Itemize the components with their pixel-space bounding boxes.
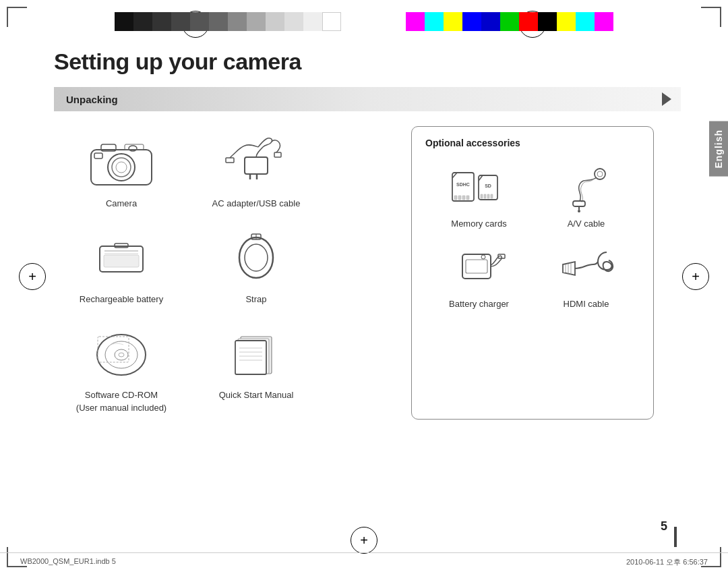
svg-rect-34 <box>454 196 457 200</box>
svg-text:SD: SD <box>485 183 491 188</box>
section-header: Unpacking <box>54 87 681 111</box>
svg-point-3 <box>116 162 127 173</box>
av-cable-image <box>553 161 620 214</box>
items-area: Camera <box>54 126 681 420</box>
item-ac-adapter: AC adapter/USB cable <box>189 126 324 215</box>
av-cable-label: A/V cable <box>568 219 605 229</box>
item-camera: Camera <box>54 126 189 215</box>
memory-cards-label: Memory cards <box>451 219 506 229</box>
battery-label: Rechargeable battery <box>80 293 163 306</box>
manual-label: Quick Start Manual <box>219 389 294 401</box>
item-strap: Strap <box>189 222 324 311</box>
svg-rect-12 <box>274 152 281 157</box>
reg-mark-bottom <box>351 527 377 554</box>
color-strip-right <box>406 12 613 31</box>
svg-rect-37 <box>466 196 469 200</box>
color-strip-left <box>115 12 341 31</box>
svg-rect-50 <box>466 260 487 273</box>
battery-charger-label: Battery charger <box>449 299 509 309</box>
opt-item-memory-cards: SDHC SD <box>425 158 533 231</box>
svg-rect-36 <box>462 196 465 200</box>
camera-label: Camera <box>106 198 137 210</box>
page-number: 5 <box>661 519 667 534</box>
footer-filename: WB2000_QSM_EUR1.indb 5 <box>20 557 116 567</box>
main-content: Setting up your camera Unpacking <box>0 35 728 426</box>
optional-title: Optional accessories <box>425 138 640 148</box>
footer-timestamp: 2010-06-11 오후 6:56:37 <box>626 557 708 567</box>
svg-point-51 <box>481 255 485 259</box>
svg-rect-42 <box>487 194 489 198</box>
svg-text:SDHC: SDHC <box>456 182 470 187</box>
item-software-cd: Software CD-ROM (User manual included) <box>54 318 189 419</box>
svg-rect-0 <box>91 150 152 185</box>
item-rechargeable-battery: Rechargeable battery <box>54 222 189 311</box>
svg-rect-35 <box>458 196 461 200</box>
section-arrow-icon <box>662 92 671 106</box>
opt-item-battery-charger: Battery charger <box>425 238 533 312</box>
page-bar <box>674 527 677 547</box>
ac-adapter-image <box>216 132 297 192</box>
memory-cards-image: SDHC SD <box>446 161 513 214</box>
svg-rect-11 <box>226 158 234 163</box>
included-items-grid: Camera <box>54 126 404 420</box>
battery-charger-image <box>446 241 513 295</box>
cd-image <box>81 323 162 384</box>
optional-grid: SDHC SD <box>425 158 640 312</box>
manual-image <box>216 323 297 384</box>
svg-rect-5 <box>94 153 102 159</box>
opt-item-av-cable: A/V cable <box>533 158 640 231</box>
svg-rect-8 <box>245 157 268 174</box>
svg-rect-46 <box>573 201 585 206</box>
svg-rect-43 <box>491 194 493 198</box>
top-color-bar <box>0 0 728 35</box>
strap-image <box>216 227 297 288</box>
svg-rect-41 <box>484 194 486 198</box>
cd-label: Software CD-ROM (User manual included) <box>76 389 166 413</box>
svg-rect-40 <box>481 194 483 198</box>
svg-rect-7 <box>125 144 144 150</box>
optional-accessories-box: Optional accessories SDHC <box>411 126 654 420</box>
svg-point-2 <box>112 158 131 177</box>
hdmi-cable-image <box>553 241 620 295</box>
footer: WB2000_QSM_EUR1.indb 5 2010-06-11 오후 6:5… <box>0 552 728 567</box>
section-title: Unpacking <box>66 94 118 105</box>
svg-rect-17 <box>104 255 139 267</box>
svg-point-48 <box>578 210 580 212</box>
svg-point-23 <box>119 353 124 357</box>
battery-image <box>81 227 162 288</box>
svg-rect-27 <box>235 341 266 374</box>
item-quick-start: Quick Start Manual <box>189 318 324 419</box>
svg-rect-24 <box>98 337 129 362</box>
page-title: Setting up your camera <box>54 49 681 75</box>
svg-rect-49 <box>462 254 491 279</box>
camera-image <box>81 132 162 192</box>
svg-point-45 <box>597 171 603 177</box>
ac-adapter-label: AC adapter/USB cable <box>212 198 301 210</box>
hdmi-cable-label: HDMI cable <box>564 299 609 309</box>
strap-label: Strap <box>245 293 266 306</box>
opt-item-hdmi-cable: HDMI cable <box>533 238 640 312</box>
